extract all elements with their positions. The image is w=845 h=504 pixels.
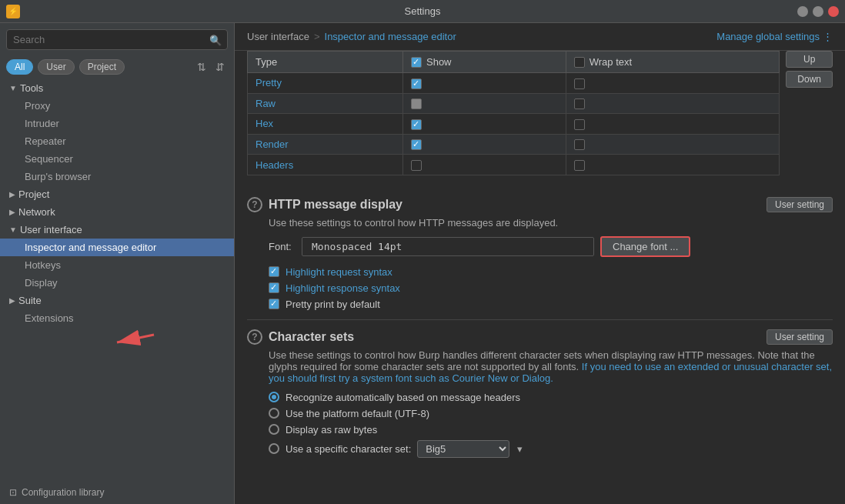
show-raw-checkbox[interactable] [411,98,422,109]
wrap-header-checkbox[interactable] [574,57,585,68]
sidebar-item-repeater[interactable]: Repeater [0,132,234,150]
highlight-response-label: Highlight response syntax [286,282,400,294]
charset-dropdown-icon: ▾ [517,443,523,455]
maximize-button[interactable] [813,6,823,17]
nav-group-tools[interactable]: ▼ Tools [0,79,234,97]
type-headers: Headers [248,155,403,175]
pretty-print-checkbox[interactable] [269,299,279,309]
window-controls [797,6,839,17]
radio-specific[interactable] [269,443,279,454]
wrap-headers [566,155,780,175]
table-row: Headers [248,155,780,175]
filter-row: All User Project ⇅ ⇵ [0,56,234,78]
breadcrumb-parent: User interface [247,31,309,42]
network-label: Network [18,206,55,218]
wrap-raw [566,93,780,114]
sidebar-item-inspector-message-editor[interactable]: Inspector and message editor [0,239,234,256]
type-render: Render [248,134,403,155]
table-buttons: Up Down [780,51,833,88]
wrap-raw-checkbox[interactable] [574,98,585,109]
highlight-request-checkbox[interactable] [269,266,279,277]
pretty-print-row: Pretty print by default [247,299,833,310]
character-sets-title: Character sets [269,330,354,344]
show-headers-checkbox[interactable] [411,160,422,171]
http-display-title-row: ? HTTP message display [247,197,402,212]
type-table-section: Type Show Wrap text [247,51,833,185]
radio-raw-row: Display as raw bytes [247,424,833,436]
filter-project-button[interactable]: Project [79,59,125,75]
wrap-headers-checkbox[interactable] [574,160,585,171]
sidebar-item-proxy[interactable]: Proxy [0,97,234,115]
breadcrumb-bar: User interface > Inspector and message e… [235,23,845,51]
type-raw: Raw [248,93,403,114]
character-sets-section-header: ? Character sets User setting [247,329,833,345]
up-button[interactable]: Up [786,51,833,68]
type-hex: Hex [248,114,403,135]
http-display-desc-text: Use these settings to control how HTTP m… [269,217,558,229]
http-display-badge: User setting [767,197,833,212]
manage-global-label: Manage global settings [716,31,820,42]
charset-select[interactable]: Big5 UTF-8 UTF-16 ISO-8859-1 Windows-125… [417,440,509,458]
nav-group-network[interactable]: ▶ Network [0,203,234,221]
table-row: Hex [248,114,780,135]
sidebar-item-display[interactable]: Display [0,274,234,292]
show-pretty-checkbox[interactable] [411,78,422,89]
character-sets-help-icon[interactable]: ? [247,329,262,345]
nav-group-suite[interactable]: ▶ Suite [0,292,234,309]
config-library-link[interactable]: ⊡ Configuration library [0,481,234,504]
filter-expand-icon[interactable]: ⇅ [194,59,209,75]
radio-raw-label: Display as raw bytes [286,424,377,436]
wrap-hex-checkbox[interactable] [574,119,585,130]
sidebar-item-sequencer[interactable]: Sequencer [0,150,234,168]
radio-specific-label: Use a specific character set: [286,443,411,455]
filter-all-button[interactable]: All [6,59,33,75]
show-raw [402,93,566,114]
filter-icons: ⇅ ⇵ [194,59,228,75]
user-interface-label: User interface [20,224,82,235]
show-hex-checkbox[interactable] [411,119,422,130]
network-arrow-icon: ▶ [9,208,15,216]
highlight-request-row: Highlight request syntax [247,266,833,278]
project-label: Project [18,189,49,200]
character-sets-desc: Use these settings to control how Burp h… [247,349,833,384]
http-display-help-icon[interactable]: ? [247,197,262,212]
suite-label: Suite [18,295,42,306]
minimize-button[interactable] [797,6,808,17]
nav-group-user-interface[interactable]: ▼ User interface [0,221,234,239]
highlight-response-checkbox[interactable] [269,282,279,293]
sidebar-item-hotkeys[interactable]: Hotkeys [0,256,234,274]
wrap-pretty-checkbox[interactable] [574,78,585,89]
radio-platform[interactable] [269,408,279,419]
radio-auto[interactable] [269,392,279,402]
filter-collapse-icon[interactable]: ⇵ [212,59,228,75]
http-display-section-header: ? HTTP message display User setting [247,197,833,212]
search-input[interactable] [6,29,228,50]
manage-global-settings[interactable]: Manage global settings ⋮ [716,31,833,42]
change-font-button[interactable]: Change font ... [600,236,690,257]
down-button[interactable]: Down [786,71,833,88]
highlight-response-row: Highlight response syntax [247,282,833,294]
nav-group-project[interactable]: ▶ Project [0,185,234,203]
show-headers [402,155,566,175]
radio-specific-row: Use a specific character set: Big5 UTF-8… [247,440,833,458]
sidebar-item-extensions[interactable]: Extensions [0,309,234,327]
search-box: 🔍 [6,29,228,50]
filter-user-button[interactable]: User [38,59,74,75]
close-button[interactable] [828,6,839,17]
highlight-request-label: Highlight request syntax [286,266,392,278]
config-library-label: Configuration library [22,487,104,498]
show-render [402,134,566,155]
wrap-render-checkbox[interactable] [574,139,585,150]
show-render-checkbox[interactable] [411,139,422,150]
sidebar-item-intruder[interactable]: Intruder [0,115,234,132]
radio-raw-bytes[interactable] [269,424,279,435]
show-header-checkbox[interactable] [411,57,422,68]
radio-auto-label: Recognize automatically based on message… [286,392,520,403]
tools-arrow-icon: ▼ [9,84,17,92]
tools-label: Tools [20,82,43,94]
col-wrap-header: Wrap text [566,52,780,73]
title-bar: ⚡ Settings [0,0,845,23]
font-value [302,237,594,256]
radio-platform-label: Use the platform default (UTF-8) [286,408,429,419]
sidebar-item-burps-browser[interactable]: Burp's browser [0,168,234,185]
